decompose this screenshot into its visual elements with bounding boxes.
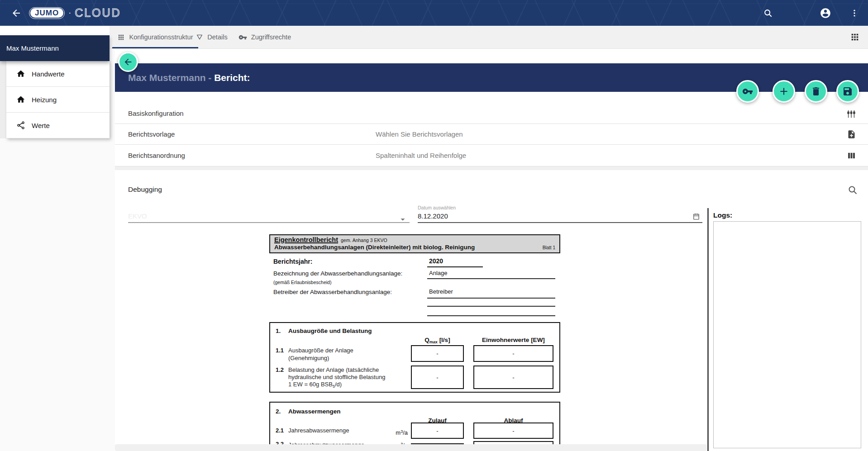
- active-tab-underline: [112, 47, 198, 48]
- save-icon: [842, 86, 853, 97]
- app-bar-actions: [763, 7, 868, 19]
- key-icon: [238, 33, 247, 42]
- jumo-logo-text: JUMO: [30, 8, 63, 18]
- search-icon[interactable]: [847, 185, 858, 195]
- empty-underline: [427, 315, 555, 316]
- tab-konfigurationsstruktur[interactable]: Konfigurationsstruktur: [112, 26, 198, 48]
- row-label: (Genehmigung): [288, 355, 329, 361]
- apps-grid-icon[interactable]: [850, 32, 860, 42]
- back-arrow-icon: [123, 57, 133, 67]
- unit-label: m3/a: [386, 429, 408, 436]
- tab-bar: Konfigurationsstruktur Details Zugriffsr…: [110, 26, 868, 49]
- date-input[interactable]: 8.12.2020: [418, 212, 448, 220]
- row-value: Spalteninhalt und Reihenfolge: [376, 152, 466, 159]
- value-box: -: [411, 423, 464, 439]
- row-label: Berichtsvorlage: [128, 130, 175, 138]
- plant-name-value: Anlage: [429, 270, 447, 276]
- operator-underline: [427, 298, 555, 299]
- home-icon: [16, 69, 25, 78]
- sidebar-header-label: Max Mustermann: [6, 44, 59, 52]
- delete-button[interactable]: [805, 80, 827, 103]
- jumo-logo: JUMO: [29, 7, 65, 19]
- logo-separator: ·: [68, 8, 71, 18]
- row-number: 1.2: [276, 366, 284, 373]
- report-title: Eigenkontrollbericht: [274, 236, 338, 243]
- section-divider: [115, 166, 868, 170]
- sidebar-item-label: Heizung: [32, 96, 57, 104]
- add-button[interactable]: [773, 80, 795, 103]
- tab-label: Konfigurationsstruktur: [129, 33, 193, 41]
- sidebar-item-handwerte[interactable]: Handwerte: [6, 61, 110, 87]
- tab-label: Details: [207, 33, 227, 41]
- columns-icon[interactable]: [847, 151, 856, 160]
- value-box: -: [411, 366, 464, 389]
- year-underline: [427, 266, 483, 267]
- tune-icon[interactable]: [846, 109, 856, 119]
- logs-label: Logs:: [713, 211, 732, 219]
- main-content: Max Mustermann - Bericht: Basiskonfigura…: [115, 49, 868, 451]
- report-header-box: Eigenkontrollbericht gem. Anhang 3 EKVO …: [269, 234, 560, 253]
- back-button[interactable]: [118, 52, 138, 72]
- jumo-cloud-app: JUMO · CLOUD Konfigurationsstruktur: [0, 0, 868, 451]
- row-label: Basiskonfiguration: [128, 109, 184, 117]
- section-title: Abwassermengen: [288, 408, 341, 415]
- permissions-button[interactable]: [736, 80, 759, 103]
- row-berichtsanordnung[interactable]: Berichtsanordnung Spalteninhalt und Reih…: [115, 145, 868, 166]
- row-label: Ausbaugröße der Anlage: [288, 347, 353, 354]
- app-bar: JUMO · CLOUD: [0, 0, 868, 26]
- page-title-bold: Bericht:: [214, 72, 250, 83]
- year-value: 2020: [429, 257, 443, 265]
- sidebar-item-label: Werte: [32, 122, 50, 129]
- date-underline: [418, 222, 702, 223]
- kebab-menu-icon[interactable]: [850, 9, 859, 18]
- sidebar-item-heizung[interactable]: Heizung: [6, 87, 110, 113]
- account-icon[interactable]: [820, 7, 831, 19]
- section-1-box: 1. Ausbaugröße und Belastung Qmax [l/s] …: [269, 322, 560, 393]
- key-icon: [742, 86, 753, 97]
- plus-icon: [778, 85, 790, 97]
- row-berichtsvorlage[interactable]: Berichtsvorlage Wählen Sie Berichtsvorla…: [115, 124, 868, 145]
- tab-label: Zugriffsrechte: [251, 33, 291, 41]
- plant-name-underline: [427, 278, 555, 279]
- trash-icon: [811, 86, 821, 97]
- tab-details[interactable]: Details: [194, 26, 230, 48]
- sidebar-items: Handwerte Heizung Werte: [6, 61, 110, 138]
- dropdown-underline: [128, 222, 410, 223]
- value-box: -: [411, 345, 464, 362]
- page-title-prefix: Max Mustermann -: [128, 72, 214, 83]
- report-type-dropdown[interactable]: EKVO: [128, 212, 147, 220]
- row-value: Wählen Sie Berichtsvorlagen: [376, 130, 463, 138]
- sidebar-header: Max Mustermann: [0, 35, 110, 61]
- horizontal-scrollbar[interactable]: [115, 444, 707, 451]
- value-box: -: [473, 423, 553, 439]
- operator-value: Betreiber: [429, 288, 453, 295]
- row-label: hydraulische und stoffliche Belastung: [288, 374, 385, 380]
- debugging-title: Debugging: [128, 185, 162, 194]
- save-button[interactable]: [836, 80, 859, 103]
- grid-icon: [117, 33, 125, 41]
- sidebar-item-werte[interactable]: Werte: [6, 113, 110, 138]
- plant-name-label: Bezeichnung der Abwasserbehandlungsanlag…: [273, 270, 402, 277]
- value-box: -: [473, 366, 553, 389]
- home-icon: [16, 95, 25, 104]
- year-label: Berichtsjahr:: [273, 258, 312, 265]
- logs-output-box: [713, 221, 861, 448]
- note-add-icon[interactable]: [847, 129, 856, 139]
- section-2-box: 2. Abwassermengen Zulauf Ablauf 2.1 Jahr…: [269, 402, 560, 451]
- tab-zugriffsrechte[interactable]: Zugriffsrechte: [240, 26, 290, 48]
- calendar-icon[interactable]: [692, 213, 700, 220]
- section-number: 2.: [276, 408, 281, 415]
- share-icon: [16, 121, 25, 130]
- report-sheet-number: Blatt 1: [543, 245, 555, 250]
- row-label: Jahresabwassermenge: [288, 427, 349, 434]
- value-box: -: [473, 345, 553, 362]
- sidebar-left-strip: [0, 61, 6, 138]
- section-title: Ausbaugröße und Belastung: [288, 328, 372, 334]
- column-header-qmax: Qmax [l/s]: [411, 337, 464, 344]
- operator-label: Betreiber der Abwasserbehandlungsanlage:: [273, 289, 392, 295]
- row-number: 1.1: [276, 347, 284, 354]
- funnel-icon: [196, 33, 203, 41]
- logs-divider: [707, 208, 709, 451]
- search-icon[interactable]: [763, 8, 773, 18]
- back-arrow-icon[interactable]: [8, 5, 24, 21]
